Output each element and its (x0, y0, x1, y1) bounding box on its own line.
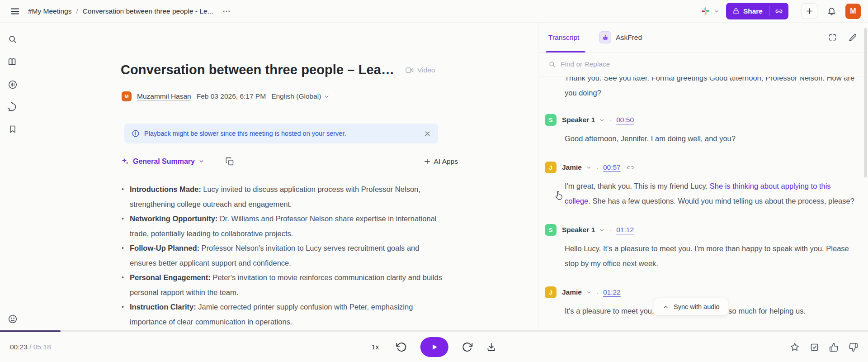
transcript-entry: J Jamie · 00:57 I'm great, thank you. Th… (545, 162, 854, 209)
speaker-avatar: S (545, 114, 557, 126)
integration-dropdown[interactable] (701, 7, 720, 15)
share-button[interactable]: Share (726, 3, 788, 19)
transcript-entry: S Speaker 1 · 01:12 Hello Lucy. It's a p… (545, 224, 854, 271)
find-replace-bar (538, 52, 868, 76)
speaker-dropdown[interactable] (586, 288, 592, 296)
tab-askfred[interactable]: AskFred (599, 31, 642, 43)
panel-tabs: Transcript AskFred (538, 23, 868, 52)
transcript-text: I'm great, thank you. This is my friend … (565, 182, 710, 190)
bullet-label: Follow-Up Planned: (130, 244, 199, 252)
entry-header: S Speaker 1 · 01:12 (545, 224, 854, 236)
breadcrumb-root[interactable]: #My Meetings (28, 7, 71, 15)
bookmark-icon[interactable] (8, 125, 17, 134)
page-title: Conversation between three people – Lea… (121, 62, 394, 77)
dot-separator: · (596, 164, 599, 171)
timestamp-link[interactable]: 00:57 (603, 163, 621, 171)
ai-sparkles-icon (121, 157, 129, 166)
notebook-icon[interactable] (8, 57, 18, 67)
time-separator: / (29, 343, 31, 351)
tasks-check-icon[interactable] (810, 343, 819, 352)
tab-transcript[interactable]: Transcript (548, 23, 579, 52)
download-icon[interactable] (486, 342, 496, 352)
copy-link-icon[interactable] (769, 7, 788, 15)
forward-icon[interactable] (462, 342, 473, 352)
play-button[interactable] (420, 337, 448, 357)
chevron-down-icon (198, 158, 204, 164)
transcript-scroll-area[interactable]: Thank you. See you later. Formal greetin… (538, 77, 868, 330)
thumbs-down-icon[interactable] (849, 343, 858, 352)
speaker-dropdown[interactable] (599, 226, 605, 234)
scrollbar-thumb[interactable] (864, 28, 867, 177)
timestamp-link[interactable]: 01:22 (603, 288, 621, 296)
add-button[interactable] (802, 3, 817, 19)
slack-icon (701, 7, 710, 15)
expand-fullscreen-icon[interactable] (828, 33, 837, 42)
summary-list: Introductions Made: Lucy invited to disc… (128, 182, 444, 329)
hamburger-menu-icon[interactable] (7, 4, 23, 19)
summary-type-dropdown[interactable]: General Summary (121, 157, 204, 166)
speaker-avatar: J (545, 286, 557, 298)
chevron-down-icon (586, 290, 592, 295)
star-favorite-icon[interactable] (790, 342, 800, 352)
chat-icon[interactable] (8, 102, 18, 112)
dot-separator: · (609, 226, 612, 234)
chevron-down-icon (324, 94, 330, 100)
feedback-smiley-icon[interactable] (8, 314, 18, 324)
total-duration: 05:18 (33, 343, 51, 351)
search-icon[interactable] (8, 34, 18, 44)
share-label: Share (743, 7, 763, 15)
speaker-avatar: S (545, 224, 557, 236)
edit-pencil-icon[interactable] (849, 33, 857, 42)
notifications-bell-icon[interactable] (824, 4, 839, 19)
playback-speed-button[interactable]: 1x (372, 343, 379, 351)
rewind-icon[interactable] (396, 342, 407, 352)
video-label: Video (417, 66, 435, 74)
banner-message: Playback might be slower since this meet… (144, 130, 420, 137)
speaker-name[interactable]: Jamie (562, 288, 582, 296)
video-toggle[interactable]: Video (405, 66, 435, 75)
author-name[interactable]: Muzammil Hasan (137, 92, 191, 100)
ai-apps-button[interactable]: AI Apps (424, 157, 458, 166)
speaker-dropdown[interactable] (586, 163, 592, 171)
elapsed-time: 00:23 (10, 343, 28, 351)
speaker-name[interactable]: Speaker 1 (562, 226, 595, 234)
summary-bullet: Personal Engagement: Peter's invitation … (128, 270, 444, 300)
chain-link-icon[interactable] (627, 164, 634, 171)
copy-summary-icon[interactable] (225, 157, 235, 166)
breadcrumb-separator: / (76, 7, 78, 15)
transcript-text: Good afternoon, Jennifer. I am doing wel… (565, 134, 736, 143)
entry-header: J Jamie · 00:57 (545, 162, 854, 173)
banner-close-icon[interactable] (424, 130, 431, 137)
speaker-name[interactable]: Speaker 1 (562, 116, 595, 124)
timestamp-link[interactable]: 01:12 (616, 226, 634, 234)
speaker-name[interactable]: Jamie (562, 163, 582, 171)
language-selector[interactable]: English (Global) (271, 92, 330, 100)
playback-info-banner: Playback might be slower since this meet… (124, 124, 438, 143)
bullet-label: Instruction Clarity: (130, 303, 196, 311)
thumbs-up-icon[interactable] (829, 343, 839, 352)
find-replace-input[interactable] (561, 60, 858, 68)
summary-type-label: General Summary (133, 157, 195, 166)
breadcrumb-current[interactable]: Conversation between three people - Le..… (83, 7, 213, 15)
header-divider (795, 7, 795, 16)
entry-message: Good afternoon, Jennifer. I am doing wel… (565, 131, 858, 146)
timestamp-link[interactable]: 00:50 (616, 116, 634, 124)
sync-label: Sync with audio (674, 303, 720, 310)
playback-time: 00:23 / 05:18 (10, 343, 51, 351)
sync-with-audio-button[interactable]: Sync with audio (654, 298, 728, 316)
chevron-down-icon (713, 8, 720, 14)
transcript-entry: S Speaker 1 · 00:50 Good afternoon, Jenn… (545, 114, 854, 146)
summary-bullet: Networking Opportunity: Dr. Williams and… (128, 211, 444, 241)
more-options-icon[interactable] (222, 7, 231, 16)
dot-separator: · (596, 289, 599, 296)
tab-transcript-label: Transcript (548, 33, 579, 42)
speaker-dropdown[interactable] (599, 116, 605, 124)
audio-channels-icon[interactable] (8, 80, 18, 90)
user-avatar[interactable]: M (845, 4, 861, 19)
meeting-main-content: Conversation between three people – Lea…… (25, 23, 538, 330)
transcript-partial-message: Thank you. See you later. Formal greetin… (565, 77, 858, 100)
info-icon (132, 129, 140, 138)
entry-header: J Jamie · 01:22 (545, 286, 854, 298)
author-avatar: M (122, 91, 132, 101)
summary-bullet: Instruction Clarity: Jamie corrected pri… (128, 300, 444, 329)
